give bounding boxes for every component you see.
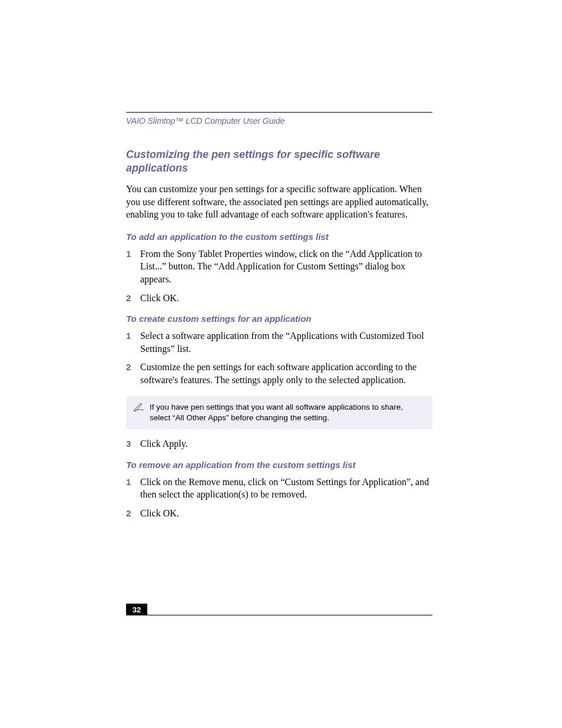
step-number: 2 xyxy=(126,361,140,373)
step-number: 2 xyxy=(126,507,140,519)
page-number: 32 xyxy=(126,604,147,615)
subheading-create: To create custom settings for an applica… xyxy=(126,314,432,324)
list-item: 1 From the Sony Tablet Properties window… xyxy=(126,248,432,286)
list-item: 2 Click OK. xyxy=(126,292,432,305)
list-item: 1 Select a software application from the… xyxy=(126,330,432,355)
header-rule xyxy=(126,112,432,113)
intro-paragraph: You can customize your pen settings for … xyxy=(126,183,432,221)
step-number: 1 xyxy=(126,248,140,260)
list-item: 1 Click on the Remove menu, click on “Cu… xyxy=(126,476,432,501)
footer-bar: 32 xyxy=(126,604,432,615)
note-box: If you have pen settings that you want a… xyxy=(126,396,432,429)
step-number: 2 xyxy=(126,292,140,304)
document-page: VAIO Slimtop™ LCD Computer User Guide Cu… xyxy=(0,0,562,728)
step-text: Select a software application from the “… xyxy=(140,330,432,355)
step-text: Click Apply. xyxy=(140,437,432,450)
step-number: 1 xyxy=(126,476,140,488)
step-text: Click OK. xyxy=(140,292,432,305)
section-heading: Customizing the pen settings for specifi… xyxy=(126,148,432,174)
footer-rule xyxy=(147,615,432,615)
list-item: 3 Click Apply. xyxy=(126,437,432,450)
subheading-remove: To remove an application from the custom… xyxy=(126,460,432,470)
step-text: Customize the pen settings for each soft… xyxy=(140,361,432,386)
guide-title: VAIO Slimtop™ LCD Computer User Guide xyxy=(126,116,432,126)
step-text: Click OK. xyxy=(140,507,432,520)
list-item: 2 Click OK. xyxy=(126,507,432,520)
note-text: If you have pen settings that you want a… xyxy=(150,402,425,423)
step-text: From the Sony Tablet Properties window, … xyxy=(140,248,432,286)
step-number: 1 xyxy=(126,330,140,342)
page-footer: 32 xyxy=(126,604,432,615)
pencil-note-icon xyxy=(133,402,146,411)
list-item: 2 Customize the pen settings for each so… xyxy=(126,361,432,386)
subheading-add: To add an application to the custom sett… xyxy=(126,232,432,242)
step-number: 3 xyxy=(126,437,140,450)
step-text: Click on the Remove menu, click on “Cust… xyxy=(140,476,432,501)
